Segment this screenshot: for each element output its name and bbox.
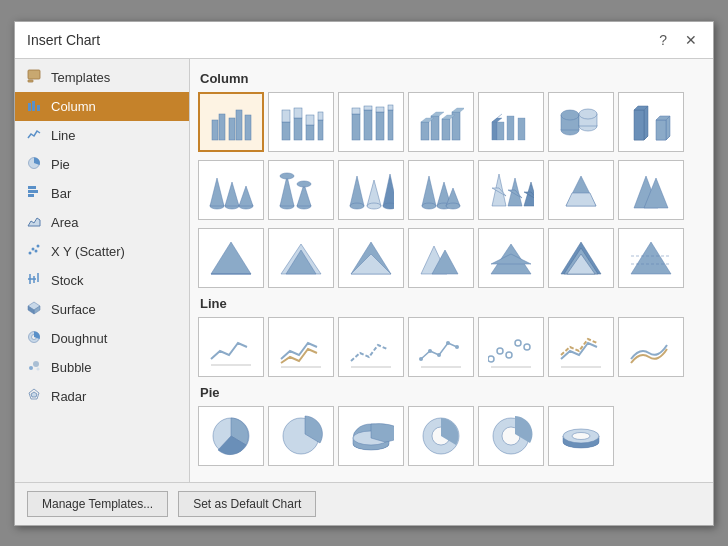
chart-thumb[interactable] <box>338 317 404 377</box>
svg-rect-62 <box>507 116 514 140</box>
svg-rect-45 <box>376 112 384 140</box>
pie-chart-grid <box>198 406 705 466</box>
chart-thumb[interactable] <box>478 160 544 220</box>
bubble-icon <box>25 359 43 376</box>
chart-thumb[interactable] <box>408 160 474 220</box>
chart-thumb[interactable] <box>268 92 334 152</box>
sidebar-item-templates[interactable]: Templates <box>15 63 189 92</box>
sidebar-item-bubble[interactable]: Bubble <box>15 353 189 382</box>
chart-thumb[interactable] <box>478 92 544 152</box>
chart-thumb[interactable] <box>268 317 334 377</box>
chart-thumb[interactable] <box>268 406 334 466</box>
chart-thumb[interactable] <box>338 406 404 466</box>
chart-thumb[interactable] <box>198 92 264 152</box>
line-section-label: Line <box>198 296 705 311</box>
chart-thumb[interactable] <box>618 228 684 288</box>
chart-thumb[interactable] <box>618 160 684 220</box>
svg-rect-48 <box>388 105 393 110</box>
sidebar-item-surface[interactable]: Surface <box>15 295 189 324</box>
help-button[interactable]: ? <box>655 30 671 50</box>
chart-thumb[interactable] <box>408 228 474 288</box>
svg-rect-1 <box>28 80 33 82</box>
manage-templates-button[interactable]: Manage Templates... <box>27 491 168 517</box>
svg-marker-90 <box>350 176 364 206</box>
chart-thumb[interactable] <box>478 317 544 377</box>
sidebar-item-doughnut[interactable]: Doughnut <box>15 324 189 353</box>
sidebar-item-label-stock: Stock <box>51 273 84 288</box>
svg-marker-85 <box>280 176 294 206</box>
sidebar-item-label-bar: Bar <box>51 186 71 201</box>
sidebar-item-label-line: Line <box>51 128 76 143</box>
svg-marker-27 <box>31 392 37 397</box>
close-button[interactable]: ✕ <box>681 30 701 50</box>
chart-thumb[interactable] <box>338 160 404 220</box>
svg-point-66 <box>561 110 579 120</box>
sidebar-item-label-area: Area <box>51 215 78 230</box>
chart-thumb[interactable] <box>478 406 544 466</box>
chart-thumb[interactable] <box>268 160 334 220</box>
svg-rect-31 <box>236 110 242 140</box>
svg-marker-88 <box>297 184 311 206</box>
svg-point-86 <box>280 173 294 179</box>
column-chart-grid-row3 <box>198 228 705 288</box>
chart-thumb[interactable] <box>338 228 404 288</box>
sidebar-item-bar[interactable]: Bar <box>15 179 189 208</box>
chart-thumb[interactable] <box>548 317 614 377</box>
set-default-chart-button[interactable]: Set as Default Chart <box>178 491 316 517</box>
sidebar-item-scatter[interactable]: X Y (Scatter) <box>15 237 189 266</box>
chart-thumb[interactable] <box>198 228 264 288</box>
svg-marker-79 <box>210 178 224 206</box>
chart-thumb[interactable] <box>548 160 614 220</box>
svg-marker-125 <box>631 242 671 274</box>
chart-thumb[interactable] <box>408 92 474 152</box>
stock-icon <box>25 272 43 289</box>
sidebar-item-area[interactable]: Area <box>15 208 189 237</box>
sidebar-item-column[interactable]: Column <box>15 92 189 121</box>
svg-rect-42 <box>352 108 360 114</box>
svg-marker-96 <box>422 176 436 206</box>
templates-icon <box>25 69 43 86</box>
svg-point-134 <box>446 341 450 345</box>
chart-thumb[interactable] <box>618 317 684 377</box>
sidebar-item-pie[interactable]: Pie <box>15 150 189 179</box>
bar-icon <box>25 185 43 202</box>
svg-marker-92 <box>367 180 381 206</box>
svg-point-141 <box>524 344 530 350</box>
chart-thumb[interactable] <box>198 406 264 466</box>
svg-point-25 <box>37 367 40 370</box>
svg-rect-30 <box>229 118 235 140</box>
sidebar-item-radar[interactable]: Radar <box>15 382 189 411</box>
svg-marker-76 <box>656 120 666 140</box>
chart-thumb[interactable] <box>198 317 264 377</box>
chart-thumb[interactable] <box>618 92 684 152</box>
sidebar-item-label-templates: Templates <box>51 70 110 85</box>
dialog-footer: Manage Templates... Set as Default Chart <box>15 482 713 525</box>
svg-point-11 <box>35 249 38 252</box>
pie-section-label: Pie <box>198 385 705 400</box>
sidebar-item-line[interactable]: Line <box>15 121 189 150</box>
svg-rect-46 <box>376 107 384 112</box>
column-section-label: Column <box>198 71 705 86</box>
chart-thumb[interactable] <box>408 406 474 466</box>
chart-thumb[interactable] <box>268 228 334 288</box>
column-icon <box>25 98 43 115</box>
doughnut-icon <box>25 330 43 347</box>
svg-point-131 <box>419 357 423 361</box>
chart-thumb[interactable] <box>338 92 404 152</box>
chart-thumb[interactable] <box>408 317 474 377</box>
svg-marker-83 <box>239 186 253 206</box>
chart-thumb[interactable] <box>198 160 264 220</box>
chart-thumb[interactable] <box>548 92 614 152</box>
svg-rect-6 <box>28 186 36 189</box>
sidebar-item-stock[interactable]: Stock <box>15 266 189 295</box>
svg-rect-47 <box>388 110 393 140</box>
svg-marker-59 <box>497 114 502 118</box>
title-bar: Insert Chart ? ✕ <box>15 22 713 59</box>
svg-marker-121 <box>491 254 531 264</box>
chart-thumb[interactable] <box>548 406 614 466</box>
sidebar-item-label-surface: Surface <box>51 302 96 317</box>
svg-point-95 <box>383 203 394 209</box>
svg-marker-71 <box>644 106 648 140</box>
chart-thumb[interactable] <box>548 228 614 288</box>
chart-thumb[interactable] <box>478 228 544 288</box>
